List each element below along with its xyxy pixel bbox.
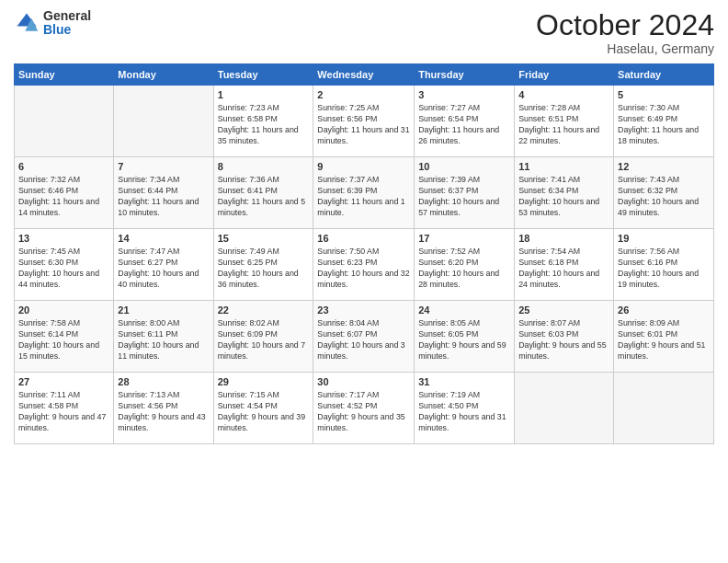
day-info: Sunrise: 7:54 AMSunset: 6:18 PMDaylight:…	[518, 247, 609, 291]
calendar-week-row: 27Sunrise: 7:11 AMSunset: 4:58 PMDayligh…	[15, 373, 714, 444]
logo-icon	[14, 10, 40, 36]
day-info: Sunrise: 8:04 AMSunset: 6:07 PMDaylight:…	[317, 318, 410, 362]
day-number: 20	[18, 304, 109, 317]
calendar-body: 1Sunrise: 7:23 AMSunset: 6:58 PMDaylight…	[15, 86, 714, 444]
day-number: 5	[618, 88, 710, 102]
day-info: Sunrise: 7:15 AMSunset: 4:54 PMDaylight:…	[218, 390, 310, 434]
header-thursday: Thursday	[415, 64, 515, 86]
day-number: 3	[418, 88, 510, 102]
day-number: 6	[18, 160, 109, 174]
day-info: Sunrise: 7:23 AMSunset: 6:58 PMDaylight:…	[218, 103, 310, 147]
calendar-cell: 8Sunrise: 7:36 AMSunset: 6:41 PMDaylight…	[213, 157, 313, 229]
day-number: 29	[218, 375, 310, 389]
day-number: 1	[218, 88, 310, 102]
calendar-header: Sunday Monday Tuesday Wednesday Thursday…	[15, 64, 714, 86]
calendar-cell: 14Sunrise: 7:47 AMSunset: 6:27 PMDayligh…	[114, 229, 213, 301]
calendar-cell: 9Sunrise: 7:37 AMSunset: 6:39 PMDaylight…	[313, 157, 415, 229]
day-info: Sunrise: 7:47 AMSunset: 6:27 PMDaylight:…	[118, 247, 209, 291]
day-info: Sunrise: 7:41 AMSunset: 6:34 PMDaylight:…	[518, 175, 609, 219]
calendar-cell: 29Sunrise: 7:15 AMSunset: 4:54 PMDayligh…	[213, 373, 313, 444]
calendar-cell: 10Sunrise: 7:39 AMSunset: 6:37 PMDayligh…	[415, 157, 515, 229]
day-info: Sunrise: 8:09 AMSunset: 6:01 PMDaylight:…	[618, 318, 710, 362]
logo-text: General Blue	[43, 9, 91, 38]
day-number: 23	[317, 304, 410, 317]
day-number: 27	[18, 375, 109, 389]
header: General Blue October 2024 Haselau, Germa…	[14, 9, 714, 56]
logo-general-text: General	[43, 9, 91, 23]
day-number: 15	[218, 232, 310, 246]
calendar-cell: 18Sunrise: 7:54 AMSunset: 6:18 PMDayligh…	[515, 229, 614, 301]
calendar-cell: 21Sunrise: 8:00 AMSunset: 6:11 PMDayligh…	[114, 301, 213, 373]
day-number: 13	[18, 232, 109, 246]
day-info: Sunrise: 7:27 AMSunset: 6:54 PMDaylight:…	[418, 103, 510, 147]
calendar-cell: 24Sunrise: 8:05 AMSunset: 6:05 PMDayligh…	[415, 301, 515, 373]
calendar-cell: 28Sunrise: 7:13 AMSunset: 4:56 PMDayligh…	[114, 373, 213, 444]
calendar-cell: 25Sunrise: 8:07 AMSunset: 6:03 PMDayligh…	[515, 301, 614, 373]
day-number: 25	[518, 304, 609, 317]
month-title: October 2024	[536, 9, 714, 41]
calendar-cell: 20Sunrise: 7:58 AMSunset: 6:14 PMDayligh…	[15, 301, 114, 373]
day-number: 7	[118, 160, 209, 174]
day-number: 26	[618, 304, 710, 317]
header-monday: Monday	[114, 64, 213, 86]
header-tuesday: Tuesday	[213, 64, 313, 86]
calendar-cell: 16Sunrise: 7:50 AMSunset: 6:23 PMDayligh…	[313, 229, 415, 301]
calendar-cell	[515, 373, 614, 444]
header-friday: Friday	[515, 64, 614, 86]
day-number: 10	[418, 160, 510, 174]
calendar-cell: 17Sunrise: 7:52 AMSunset: 6:20 PMDayligh…	[415, 229, 515, 301]
day-number: 8	[218, 160, 310, 174]
day-info: Sunrise: 7:52 AMSunset: 6:20 PMDaylight:…	[418, 247, 510, 291]
calendar-week-row: 6Sunrise: 7:32 AMSunset: 6:46 PMDaylight…	[15, 157, 714, 229]
day-info: Sunrise: 8:02 AMSunset: 6:09 PMDaylight:…	[218, 318, 310, 362]
day-number: 28	[118, 375, 209, 389]
calendar-cell	[15, 86, 114, 157]
day-number: 11	[518, 160, 609, 174]
day-number: 17	[418, 232, 510, 246]
calendar-cell	[114, 86, 213, 157]
calendar-cell: 13Sunrise: 7:45 AMSunset: 6:30 PMDayligh…	[15, 229, 114, 301]
day-info: Sunrise: 7:25 AMSunset: 6:56 PMDaylight:…	[317, 103, 410, 147]
calendar-week-row: 13Sunrise: 7:45 AMSunset: 6:30 PMDayligh…	[15, 229, 714, 301]
calendar-cell: 3Sunrise: 7:27 AMSunset: 6:54 PMDaylight…	[415, 86, 515, 157]
day-info: Sunrise: 8:05 AMSunset: 6:05 PMDaylight:…	[418, 318, 510, 362]
day-info: Sunrise: 7:17 AMSunset: 4:52 PMDaylight:…	[317, 390, 410, 434]
calendar-cell	[614, 373, 714, 444]
calendar-week-row: 20Sunrise: 7:58 AMSunset: 6:14 PMDayligh…	[15, 301, 714, 373]
calendar-cell: 1Sunrise: 7:23 AMSunset: 6:58 PMDaylight…	[213, 86, 313, 157]
day-info: Sunrise: 7:43 AMSunset: 6:32 PMDaylight:…	[618, 175, 710, 219]
day-number: 2	[317, 88, 410, 102]
day-info: Sunrise: 7:34 AMSunset: 6:44 PMDaylight:…	[118, 175, 209, 219]
day-info: Sunrise: 8:07 AMSunset: 6:03 PMDaylight:…	[518, 318, 609, 362]
day-number: 12	[618, 160, 710, 174]
day-info: Sunrise: 7:11 AMSunset: 4:58 PMDaylight:…	[18, 390, 109, 434]
day-info: Sunrise: 7:58 AMSunset: 6:14 PMDaylight:…	[18, 318, 109, 362]
calendar-cell: 2Sunrise: 7:25 AMSunset: 6:56 PMDaylight…	[313, 86, 415, 157]
calendar-table: Sunday Monday Tuesday Wednesday Thursday…	[14, 63, 714, 444]
day-number: 16	[317, 232, 410, 246]
day-number: 21	[118, 304, 209, 317]
calendar-cell: 6Sunrise: 7:32 AMSunset: 6:46 PMDaylight…	[15, 157, 114, 229]
day-number: 9	[317, 160, 410, 174]
day-info: Sunrise: 7:36 AMSunset: 6:41 PMDaylight:…	[218, 175, 310, 219]
day-info: Sunrise: 7:37 AMSunset: 6:39 PMDaylight:…	[317, 175, 410, 219]
day-number: 4	[518, 88, 609, 102]
calendar-cell: 12Sunrise: 7:43 AMSunset: 6:32 PMDayligh…	[614, 157, 714, 229]
calendar-cell: 5Sunrise: 7:30 AMSunset: 6:49 PMDaylight…	[614, 86, 714, 157]
logo: General Blue	[14, 9, 91, 38]
title-area: October 2024 Haselau, Germany	[536, 9, 714, 56]
day-number: 31	[418, 375, 510, 389]
day-info: Sunrise: 8:00 AMSunset: 6:11 PMDaylight:…	[118, 318, 209, 362]
calendar-cell: 15Sunrise: 7:49 AMSunset: 6:25 PMDayligh…	[213, 229, 313, 301]
calendar-cell: 22Sunrise: 8:02 AMSunset: 6:09 PMDayligh…	[213, 301, 313, 373]
calendar-cell: 7Sunrise: 7:34 AMSunset: 6:44 PMDaylight…	[114, 157, 213, 229]
day-info: Sunrise: 7:45 AMSunset: 6:30 PMDaylight:…	[18, 247, 109, 291]
day-info: Sunrise: 7:13 AMSunset: 4:56 PMDaylight:…	[118, 390, 209, 434]
calendar-cell: 4Sunrise: 7:28 AMSunset: 6:51 PMDaylight…	[515, 86, 614, 157]
day-info: Sunrise: 7:19 AMSunset: 4:50 PMDaylight:…	[418, 390, 510, 434]
day-number: 30	[317, 375, 410, 389]
calendar-cell: 31Sunrise: 7:19 AMSunset: 4:50 PMDayligh…	[415, 373, 515, 444]
calendar-cell: 11Sunrise: 7:41 AMSunset: 6:34 PMDayligh…	[515, 157, 614, 229]
day-info: Sunrise: 7:39 AMSunset: 6:37 PMDaylight:…	[418, 175, 510, 219]
calendar-cell: 23Sunrise: 8:04 AMSunset: 6:07 PMDayligh…	[313, 301, 415, 373]
